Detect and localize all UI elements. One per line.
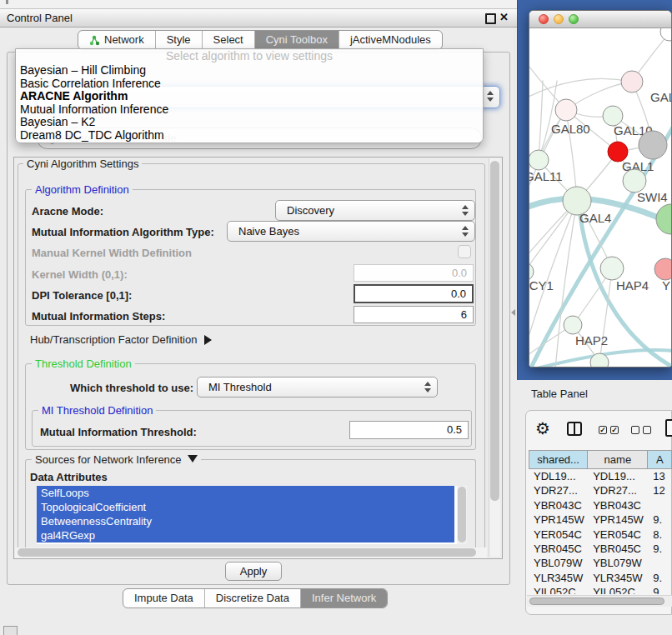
settings-vertical-scrollbar[interactable] [489,158,500,557]
algorithm-option[interactable]: Bayesian – K2 [16,116,483,129]
network-node[interactable] [639,131,667,159]
apply-button[interactable]: Apply [225,562,282,581]
network-edge[interactable] [529,78,632,102]
table-panel-title: Table Panel [531,388,588,400]
scrollbar-thumb[interactable] [490,161,499,501]
mi-threshold-label: Mutual Information Threshold: [40,426,197,438]
network-node[interactable] [660,28,671,41]
algorithm-option[interactable]: Mutual Information Inference [16,103,483,117]
gear-icon[interactable]: ⚙ [535,418,550,438]
network-canvas[interactable]: GALGAL80GAL10GAL1GAL11SWI4GAL4GCY1HAP4YH… [529,28,671,368]
settings-horizontal-scrollbar[interactable] [15,548,487,558]
list-scrollbar[interactable] [457,486,467,544]
attribute-list-item[interactable]: TopologicalCoefficient [37,500,454,514]
table-cell: YBR045C [588,542,648,556]
network-node[interactable] [656,204,671,234]
table-cell [648,556,672,570]
algorithm-option[interactable]: Bayesian – Hill Climbing [16,64,483,78]
algorithm-option[interactable]: Dream8 DC_TDC Algorithm [16,129,483,142]
mi-threshold-definition-title: MI Threshold Definition [38,404,156,417]
network-node[interactable] [590,353,609,368]
tab-infer-network[interactable]: Infer Network [300,589,387,608]
combo-arrows-icon [462,226,469,237]
table-row[interactable]: YLR345WYLR345W9. [529,571,672,585]
table-row[interactable]: YDL19...YDL19...13 [529,469,672,483]
node-label: HAP2 [575,333,608,348]
mi-type-select[interactable]: Naive Bayes [227,221,475,242]
network-node[interactable] [600,257,624,280]
scrollbar-thumb[interactable] [18,548,476,557]
network-node[interactable] [623,169,646,192]
top-tick [6,0,8,4]
scrollbar-thumb[interactable] [458,487,466,542]
mi-threshold-field[interactable]: 0.5 [349,421,469,439]
column-header[interactable]: name [588,450,648,469]
tab-cyni-toolbox[interactable]: Cyni Toolbox [254,31,339,49]
document-icon[interactable] [665,419,672,437]
table-cell: YIL052C [588,585,648,594]
tab-network[interactable]: Network [78,31,155,49]
mi-steps-field[interactable]: 6 [354,306,474,323]
scrollbar-thumb[interactable] [529,598,664,605]
close-traffic-light-icon[interactable] [539,14,549,24]
algorithm-options-list: Bayesian – Hill ClimbingBasic Correlatio… [16,64,483,142]
table-cell: YBR043C [588,498,648,512]
table-cell: 13 [648,469,672,483]
tab-select[interactable]: Select [202,31,254,49]
table-row[interactable]: YDR27...YDR27...12 [529,483,672,498]
network-view-window[interactable]: GALGAL80GAL10GAL1GAL11SWI4GAL4GCY1HAP4YH… [529,10,672,368]
table-row[interactable]: YER054CYER054C8. [529,528,672,542]
column-header[interactable]: A [648,450,672,469]
table-row[interactable]: YIL052CYIL052C9 [529,585,672,594]
tab-label: Discretize Data [216,589,289,608]
tab-jactivemnodules[interactable]: jActiveMNodules [339,31,442,49]
table-row[interactable]: YBL079WYBL079W [529,556,672,570]
network-node[interactable] [621,71,643,92]
node-label: GCY1 [529,278,554,292]
which-threshold-select[interactable]: MI Threshold [197,377,438,398]
network-node[interactable] [564,316,582,334]
minimize-traffic-light-icon[interactable] [554,14,564,24]
attribute-list-item[interactable]: BetweennessCentrality [37,514,454,528]
dpi-tolerance-field[interactable]: 0.0 [354,284,474,303]
network-node[interactable] [654,258,671,280]
tab-label: Infer Network [312,589,376,608]
zoom-traffic-light-icon[interactable] [569,14,579,24]
manual-kernel-checkbox[interactable] [458,245,471,258]
aracne-mode-select[interactable]: Discovery [275,200,475,221]
attribute-list-item[interactable]: SelfLoops [37,486,454,500]
table-row[interactable]: YPR145WYPR145W9. [529,512,672,527]
select-all-columns-icon[interactable]: ✓✓ [599,426,619,434]
deselect-all-columns-icon[interactable] [631,426,651,434]
algorithm-dropdown-popup: Select algorithm to view settings Bayesi… [15,48,484,143]
table-row[interactable]: YBR043CYBR043C [529,498,672,512]
tab-style[interactable]: Style [155,31,202,49]
node-label: GAL80 [551,122,590,136]
network-edge[interactable] [599,268,612,362]
column-header[interactable]: shared... [529,450,588,469]
algorithm-option[interactable]: Basic Correlation Inference [16,78,483,91]
close-icon[interactable]: ✕ [499,11,509,23]
network-node[interactable] [555,99,577,121]
kernel-width-field[interactable]: 0.0 [354,264,474,282]
split-columns-icon[interactable] [567,422,582,436]
table-cell: YPR145W [529,512,588,527]
node-label: GAL [650,90,671,104]
float-window-icon[interactable] [485,13,496,24]
tab-discretize-data[interactable]: Discretize Data [204,589,300,608]
node-label: SWI4 [637,190,668,204]
table-horizontal-scrollbar[interactable] [527,595,672,607]
attribute-list-item[interactable]: gal4RGexp [37,528,454,542]
network-node[interactable] [529,150,549,170]
table-cell: YBL079W [588,556,648,570]
network-graph[interactable]: GALGAL80GAL10GAL1GAL11SWI4GAL4GCY1HAP4YH… [529,28,671,368]
network-window-titlebar[interactable] [529,11,671,28]
hub-expander[interactable]: Hub/Transcription Factor Definition [30,333,212,346]
table-row[interactable]: YBR045CYBR045C9. [529,542,672,556]
algorithm-option[interactable]: ARACNE Algorithm [16,90,483,103]
tab-impute-data[interactable]: Impute Data [123,589,204,608]
minimized-panel-icon[interactable] [3,626,18,635]
sources-expander[interactable]: Sources for Network Inference [32,453,201,466]
data-attributes-list[interactable]: SelfLoopsTopologicalCoefficientBetweenne… [37,486,467,544]
splitter-collapse-icon[interactable] [511,309,515,316]
